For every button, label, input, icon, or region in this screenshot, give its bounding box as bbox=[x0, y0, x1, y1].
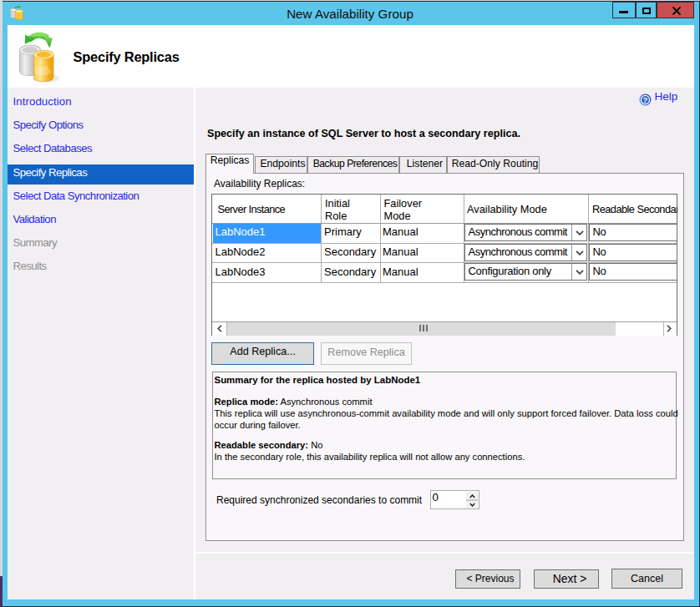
svg-text:?: ? bbox=[642, 95, 647, 104]
